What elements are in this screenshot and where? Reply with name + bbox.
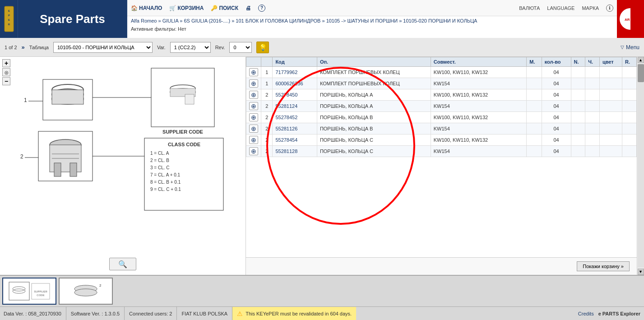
credits-link[interactable]: Credits [578, 311, 594, 316]
add-to-cart-button[interactable]: ⊕ [249, 113, 258, 121]
row-color [599, 134, 622, 146]
table-row: ⊕ 1 6000626236 КОМПЛЕКТ ПОРШНЕВЫХ КОЛЕЦ … [246, 78, 637, 89]
row-compat: KW154 [431, 101, 526, 112]
svg-text:P: P [8, 14, 9, 17]
table-row: ⊕ 2 55281124 ПОРШЕНЬ, КОЛЬЦА А KW154 04 [246, 101, 637, 112]
row-qty: 04 [542, 67, 571, 78]
menu-button[interactable]: ▽ Menu [621, 44, 639, 51]
row-ch [585, 89, 600, 101]
bulb-button[interactable]: 💡 [256, 42, 269, 53]
add-to-cart-button[interactable]: ⊕ [249, 102, 258, 110]
svg-text:3 = CL. C: 3 = CL. C [150, 165, 170, 170]
row-r [622, 78, 637, 89]
app-title: Spare Parts [40, 12, 105, 26]
cart-button[interactable]: 🛒 КОРЗИНА [169, 5, 204, 11]
row-desc: ПОРШЕНЬ, КОЛЬЦА А [317, 101, 431, 112]
info-circle[interactable]: ℹ [606, 5, 613, 12]
col-n: N. [571, 57, 585, 67]
nav-top: 🏠 НАЧАЛО 🛒 КОРЗИНА 🔑 ПОИСК 🖨 ? ВАЛЮТА LA… [127, 0, 617, 16]
scrollbar-thumb[interactable] [638, 64, 644, 82]
cart-plus-icon: ⊕ [251, 148, 256, 155]
row-n [571, 89, 585, 101]
thumbnail-1[interactable]: SUPPLIER CODE [2, 278, 56, 305]
var-select[interactable]: 1 (CC2.2) [170, 42, 211, 53]
row-pos: 2 [261, 101, 273, 112]
add-to-cart-button[interactable]: ⊕ [249, 68, 258, 76]
row-ch [585, 146, 600, 157]
row-m [527, 67, 542, 78]
add-to-cart-button[interactable]: ⊕ [249, 91, 258, 99]
thumbnails: SUPPLIER CODE 2 [0, 275, 644, 306]
language-selector[interactable]: LANGUAGE [547, 5, 575, 11]
row-pos: 2 [261, 123, 273, 134]
row-compat: KW154 [431, 146, 526, 157]
row-qty: 04 [542, 123, 571, 134]
breadcrumb: Alfa Romeo » GIULIA » 6S GIULIA (2016-..… [127, 16, 617, 25]
currency-selector[interactable]: ВАЛЮТА [519, 5, 540, 11]
row-desc: КОМПЛЕКТ ПОРШНЕВЫХ КОЛЕЦ [317, 67, 431, 78]
row-ch [585, 134, 600, 146]
row-m [527, 101, 542, 112]
brand-selector[interactable]: МАРКА [582, 5, 599, 11]
print-icon: 🖨 [246, 5, 251, 11]
svg-text:AR: AR [625, 18, 630, 22]
scrollbar-track[interactable] [638, 64, 644, 268]
row-n [571, 134, 585, 146]
row-n [571, 78, 585, 89]
brand-title-area: Spare Parts [18, 0, 127, 38]
nav-right: ВАЛЮТА LANGUAGE МАРКА ℹ [519, 5, 613, 12]
svg-text:E: E [8, 19, 9, 21]
table-select[interactable]: 10105-020 - ПОРШНИ И КОЛЬЦА [53, 42, 153, 53]
col-r: R. [622, 57, 637, 67]
svg-text:1: 1 [24, 97, 27, 103]
connected-users: Connected users: 2 [125, 307, 177, 320]
thumbnail-2[interactable]: 2 [59, 278, 113, 305]
col-desc: Оп. [317, 57, 431, 67]
row-code: 55281126 [273, 123, 317, 134]
row-desc: ПОРШЕНЬ, КОЛЬЦА В [317, 123, 431, 134]
svg-point-50 [74, 289, 97, 296]
scroll-down-arrow[interactable]: ▼ [638, 269, 644, 275]
table-row: ⊕ 2 55278452 ПОРШЕНЬ, КОЛЬЦА В KW100, KW… [246, 112, 637, 123]
row-m [527, 134, 542, 146]
add-to-cart-button[interactable]: ⊕ [249, 147, 258, 155]
add-to-cart-button[interactable]: ⊕ [249, 136, 258, 144]
row-code: 55278452 [273, 112, 317, 123]
row-m [527, 89, 542, 101]
row-compat: KW100, KW110, KW132 [431, 112, 526, 123]
info-button[interactable]: ? [258, 5, 265, 12]
row-pos: 2 [261, 134, 273, 146]
row-compat: KW154 [431, 123, 526, 134]
svg-text:SUPPLIER: SUPPLIER [34, 290, 47, 293]
diagram-search-button[interactable]: 🔍 [109, 258, 136, 270]
search-button[interactable]: 🔑 ПОИСК [211, 5, 238, 11]
row-m [527, 78, 542, 89]
nav-area: 🏠 НАЧАЛО 🛒 КОРЗИНА 🔑 ПОИСК 🖨 ? ВАЛЮТА LA… [127, 0, 617, 38]
scroll-up-arrow[interactable]: ▲ [638, 57, 644, 63]
svg-text:CODE: CODE [37, 294, 44, 297]
row-n [571, 67, 585, 78]
svg-text:R: R [8, 23, 10, 26]
row-code: 55281128 [273, 146, 317, 157]
zoom-reset-button[interactable]: ◎ [2, 68, 10, 76]
row-ch [585, 123, 600, 134]
parts-table-wrapper[interactable]: Код Оп. Совмест. М. кол-во N. Ч. цвет R. [246, 57, 637, 257]
row-color [599, 146, 622, 157]
svg-rect-17 [54, 163, 61, 176]
svg-text:2: 2 [20, 153, 23, 160]
print-button[interactable]: 🖨 [246, 5, 251, 11]
top-header: E P E R Spare Parts 🏠 НАЧАЛО 🛒 КОРЗИНА 🔑… [0, 0, 644, 38]
add-to-cart-button[interactable]: ⊕ [249, 125, 258, 133]
zoom-in-button[interactable]: + [2, 59, 10, 67]
next-arrow[interactable]: » [22, 44, 25, 51]
add-to-cart-button[interactable]: ⊕ [249, 79, 258, 88]
show-cart-button[interactable]: Покажи корзину » [577, 261, 630, 271]
cart-plus-icon: ⊕ [251, 125, 256, 132]
home-button[interactable]: 🏠 НАЧАЛО [131, 5, 162, 11]
col-pos [261, 57, 273, 67]
svg-text:CLASS CODE: CLASS CODE [168, 142, 200, 147]
rev-select[interactable]: 0 [229, 42, 252, 53]
scrollbar[interactable]: ▲ ▼ [637, 57, 644, 275]
zoom-out-button[interactable]: − [2, 77, 10, 85]
filter-area: Активные фильтры: Нет [127, 25, 617, 32]
